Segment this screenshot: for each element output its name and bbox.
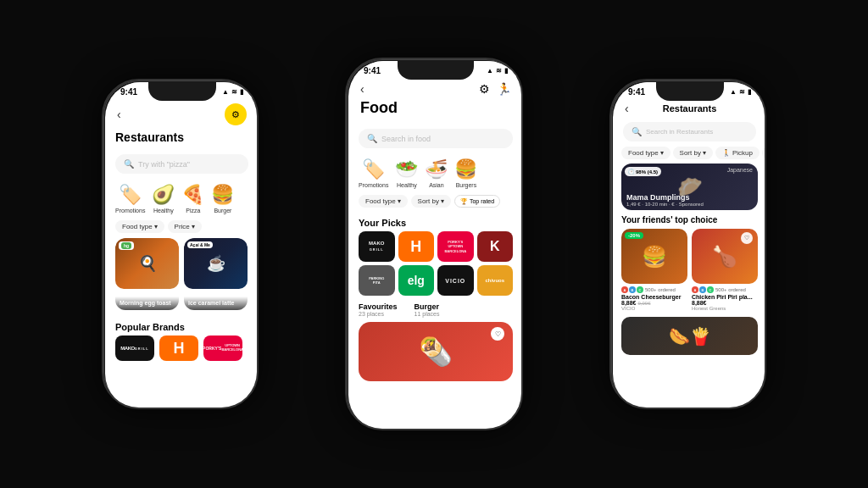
- popular-brands-title: Popular Brands: [105, 317, 259, 336]
- pick-vicio[interactable]: VICIO: [437, 265, 474, 296]
- burger-category[interactable]: Burger 11 places: [415, 302, 440, 317]
- friends-cards-row: 🍔 -20% A B C 500+ or: [621, 229, 758, 313]
- left-settings-btn[interactable]: ⚙: [225, 103, 247, 125]
- burgers-label-center: Burgers: [456, 182, 477, 188]
- chevron-down-icon-c1: ▾: [398, 197, 401, 205]
- hg-badge: hg: [121, 242, 131, 249]
- cat-pizza-left[interactable]: 🍕 Pizza: [181, 184, 204, 214]
- pick-h[interactable]: H: [398, 231, 435, 262]
- right-search-icon: 🔍: [632, 127, 642, 136]
- promotions-label-center: Promotions: [359, 182, 388, 188]
- right-food-strip: 🌭🍟: [621, 317, 758, 355]
- sort-by-chip-center[interactable]: Sort by ▾: [411, 195, 451, 208]
- healthy-label-center: Healthy: [397, 182, 417, 188]
- left-back-btn[interactable]: ‹: [117, 108, 121, 121]
- brand-h[interactable]: H: [159, 336, 198, 361]
- pick-elg[interactable]: elg: [398, 265, 435, 296]
- chevron-down-icon-c2: ▾: [441, 197, 444, 205]
- right-notch: [656, 82, 724, 101]
- rest-card-1-label: Morning egg toast: [115, 297, 179, 310]
- right-time: 9:41: [628, 87, 645, 97]
- bottom-food-emoji: 🌯: [359, 322, 513, 381]
- left-title: Restaurants: [105, 129, 259, 149]
- food-card-2-price: 8,88€: [692, 300, 758, 306]
- pick-k[interactable]: K: [477, 231, 514, 262]
- pick-parking-pita[interactable]: PARKINGPITA: [359, 265, 395, 296]
- pick-mako[interactable]: MAKOGRILL: [359, 231, 395, 262]
- left-notch: [148, 82, 216, 101]
- right-back-btn[interactable]: ‹: [625, 102, 629, 115]
- food-type-chip-right[interactable]: Food type ▾: [621, 147, 670, 159]
- cat-healthy-center[interactable]: 🥗 Healthy: [395, 158, 418, 188]
- sort-by-chip-right[interactable]: Sort by ▾: [673, 147, 713, 159]
- left-time: 9:41: [120, 87, 137, 97]
- left-search-bar[interactable]: 🔍 Try with "pizza": [115, 154, 248, 174]
- food-type-chip-left[interactable]: Food type ▾: [115, 220, 164, 233]
- mama-dumplings-card[interactable]: 🥟 🕐 98% (4.5) Mama Dumplings 1,49 € · 10…: [621, 164, 758, 210]
- left-search-placeholder: Try with "pizza": [138, 160, 190, 169]
- right-search-placeholder: Search in Restaurants: [646, 128, 713, 136]
- left-categories: 🏷️ Promotions 🥑 Healthy 🍕 Pizza 🍔 Burger: [105, 179, 259, 220]
- cat-burger-left[interactable]: 🍔 Burger: [211, 184, 234, 214]
- center-phone-screen: 9:41 ▲ ≋ ▮ ‹ ⚙ 🏃 Food: [348, 61, 523, 430]
- left-restaurant-cards: 🍳 hg Morning egg toast ☕ Açaí & Me: [105, 238, 259, 310]
- left-app-content: ‹ ⚙ Restaurants 🔍 Try with "pizza" 🏷️ Pr…: [105, 98, 259, 400]
- favourites-category[interactable]: Favourites 23 places: [359, 302, 398, 317]
- chevron-down-icon-r2: ▾: [703, 149, 706, 157]
- discount-badge-1: -20%: [625, 232, 643, 239]
- left-search-icon: 🔍: [124, 159, 134, 169]
- rest-card-1[interactable]: 🍳 hg Morning egg toast: [115, 238, 179, 310]
- cat-burgers-center[interactable]: 🍔 Burgers: [454, 158, 477, 188]
- center-notch: [398, 61, 474, 80]
- center-back-btn[interactable]: ‹: [360, 82, 364, 96]
- asian-label-center: Asian: [429, 182, 444, 188]
- friends-section: Your friends' top choice 🍔 -20%: [613, 215, 766, 313]
- pick-porkys[interactable]: PORKY'SUPTOWNBARCELONA: [437, 231, 474, 262]
- heart-icon-center[interactable]: ♡: [491, 327, 504, 341]
- healthy-label-left: Healthy: [153, 208, 174, 214]
- pick-chivuos[interactable]: chivuos: [477, 265, 514, 296]
- food-type-chip-center[interactable]: Food type ▾: [359, 195, 408, 208]
- burger-label: Burger: [415, 302, 440, 311]
- signal-icon: ▲: [222, 88, 229, 96]
- abc-circle-c2: C: [707, 286, 714, 293]
- trophy-icon: 🏆: [460, 198, 468, 205]
- cat-promotions-center[interactable]: 🏷️ Promotions: [359, 158, 388, 188]
- center-status-icons: ▲ ≋ ▮: [487, 67, 508, 75]
- left-phone: 9:41 ▲ ≋ ▮ ‹ ⚙ Restaurants 🔍 Try with: [102, 79, 259, 409]
- center-search-placeholder: Search in food: [381, 135, 431, 143]
- center-settings-icon[interactable]: ⚙: [479, 82, 490, 96]
- brand-mako[interactable]: MAKOGRILL: [115, 336, 154, 361]
- food-card-2-place: Honest Greens: [692, 306, 758, 311]
- battery-icon: ▮: [240, 88, 243, 96]
- heart-icon-right[interactable]: ♡: [741, 232, 753, 244]
- healthy-emoji-left: 🥑: [152, 184, 175, 206]
- food-card-2[interactable]: 🍗 ♡ A B C 500+ order: [692, 229, 758, 313]
- center-run-icon[interactable]: 🏃: [497, 82, 511, 96]
- favourites-count: 23 places: [359, 311, 398, 317]
- right-search-bar[interactable]: 🔍 Search in Restaurants: [623, 122, 756, 141]
- food-card-1-info: A B C 500+ ordered Bacon Cheeseburger 8,…: [621, 284, 687, 313]
- cat-promotions-left[interactable]: 🏷️ Promotions: [115, 184, 145, 214]
- abc-badge-2: A B C: [692, 286, 714, 293]
- rest-card-2[interactable]: ☕ Açaí & Me Ice caramel latte: [184, 238, 248, 310]
- food-card-1[interactable]: 🍔 -20% A B C 500+ or: [621, 229, 687, 313]
- brand-porkys[interactable]: PORKY'SUPTOWN BARCELONA: [203, 336, 242, 361]
- center-title: Food: [348, 99, 523, 124]
- top-rated-chip-center[interactable]: 🏆 Top rated: [454, 195, 500, 208]
- abc-badge-1: A B C: [621, 286, 643, 293]
- cat-asian-center[interactable]: 🍜 Asian: [425, 158, 448, 188]
- phones-container: 9:41 ▲ ≋ ▮ ‹ ⚙ Restaurants 🔍 Try with: [0, 0, 868, 488]
- center-search-bar[interactable]: 🔍 Search in food: [359, 129, 513, 148]
- to-chip-right[interactable]: To: [762, 147, 766, 159]
- food-card-1-name: Bacon Cheeseburger: [621, 294, 687, 300]
- burgers-emoji-center: 🍔: [454, 158, 477, 180]
- right-app-content: ‹ Restaurants 🔍 Search in Restaurants Fo…: [613, 98, 766, 400]
- healthy-emoji-center: 🥗: [395, 158, 418, 180]
- center-battery-icon: ▮: [504, 67, 508, 75]
- right-status-icons: ▲ ≋ ▮: [730, 88, 751, 96]
- pickup-chip-right[interactable]: 🚶 Pickup: [715, 147, 760, 159]
- price-chip-left[interactable]: Price ▾: [168, 220, 202, 233]
- center-filter-chips: Food type ▾ Sort by ▾ 🏆 Top rated: [348, 195, 523, 213]
- cat-healthy-left[interactable]: 🥑 Healthy: [152, 184, 175, 214]
